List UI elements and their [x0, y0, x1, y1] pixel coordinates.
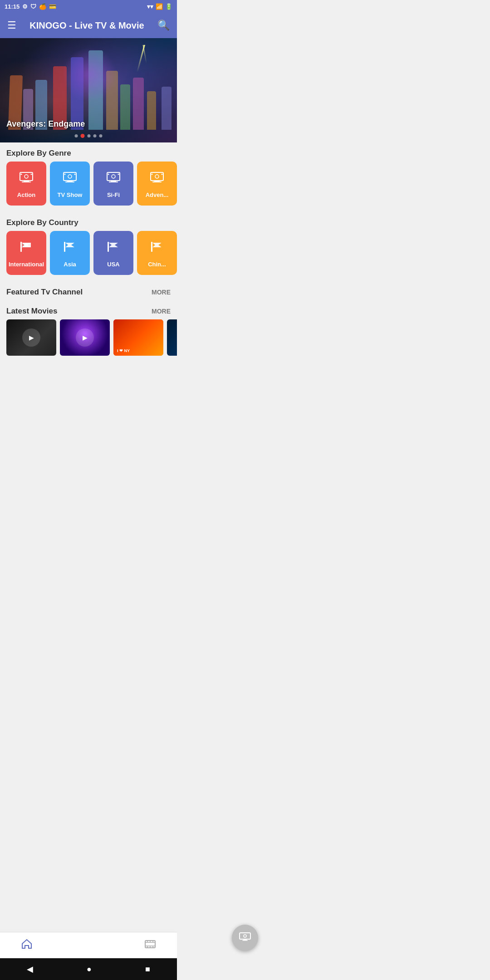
- svg-rect-2: [24, 181, 29, 181]
- battery-icon: 🔋: [165, 3, 172, 10]
- settings-icon: ⚙: [22, 3, 28, 10]
- tvshow-label: TV Show: [58, 191, 83, 198]
- svg-rect-26: [64, 242, 65, 252]
- search-button[interactable]: 🔍: [157, 20, 170, 31]
- tvshow-icon: [62, 169, 78, 187]
- genre-card-scifi[interactable]: Si-Fi: [93, 162, 133, 206]
- country-card-asia[interactable]: Asia: [50, 231, 90, 275]
- svg-point-13: [112, 175, 115, 178]
- international-label: International: [9, 261, 44, 268]
- usa-flag-icon: [105, 238, 122, 256]
- hero-title: Avengers: Endgame: [6, 119, 85, 129]
- svg-rect-14: [111, 181, 116, 181]
- svg-point-23: [162, 174, 163, 175]
- svg-rect-18: [151, 172, 163, 181]
- movie-thumb-4[interactable]: [167, 319, 177, 356]
- svg-point-22: [152, 174, 153, 175]
- media-icon: 🍊: [39, 3, 46, 10]
- app-title: KINOGO - Live TV & Movie: [29, 20, 144, 31]
- action-label: Action: [17, 191, 35, 198]
- adventure-label: Adven...: [146, 191, 169, 198]
- wifi-icon: ▾▾: [147, 3, 153, 10]
- svg-point-17: [118, 174, 119, 175]
- genre-card-action[interactable]: Action: [6, 162, 46, 206]
- latest-movies-title: Latest Movies: [6, 307, 57, 316]
- svg-rect-15: [109, 181, 118, 182]
- menu-button[interactable]: ☰: [7, 20, 16, 31]
- action-icon: [18, 169, 34, 187]
- scifi-label: Si-Fi: [107, 191, 120, 198]
- genre-card-tvshow[interactable]: TV Show: [50, 162, 90, 206]
- dot-3: [88, 134, 91, 137]
- svg-rect-0: [20, 172, 33, 181]
- china-flag-icon: [149, 238, 165, 256]
- movies-row: ▶ ▶ I ❤ NY: [0, 319, 177, 362]
- featured-tv-section: Featured Tv Channel MORE: [0, 281, 177, 300]
- shield-icon: 🛡: [30, 3, 36, 10]
- country-section-title: Explore By Country: [0, 212, 177, 231]
- dot-5: [99, 134, 103, 137]
- movie-thumb-3[interactable]: I ❤ NY: [113, 319, 163, 356]
- china-label: Chin...: [148, 261, 166, 268]
- svg-point-19: [155, 175, 159, 178]
- status-time: 11:15: [5, 3, 20, 10]
- hero-dots: [75, 134, 103, 138]
- dot-4: [93, 134, 97, 137]
- svg-rect-21: [152, 181, 162, 182]
- svg-rect-12: [107, 172, 120, 181]
- svg-rect-27: [108, 242, 109, 252]
- country-card-international[interactable]: International: [6, 231, 46, 275]
- svg-rect-3: [22, 181, 31, 182]
- status-right: ▾▾ 📶 🔋: [147, 3, 172, 10]
- svg-point-4: [21, 174, 22, 175]
- dot-2: [81, 134, 85, 138]
- genre-cards-row: Action TV Show Si-Fi: [0, 162, 177, 212]
- country-card-usa[interactable]: USA: [93, 231, 133, 275]
- svg-rect-9: [65, 181, 74, 182]
- country-cards-row: International Asia USA Chin...: [0, 231, 177, 281]
- svg-point-16: [108, 174, 109, 175]
- svg-rect-28: [151, 242, 152, 252]
- svg-point-11: [74, 174, 76, 175]
- svg-rect-20: [154, 181, 160, 181]
- genre-card-adventure[interactable]: Adven...: [137, 162, 177, 206]
- international-flag-icon: [18, 238, 34, 256]
- latest-movies-more[interactable]: MORE: [152, 308, 171, 315]
- genre-section-title: Explore By Genre: [0, 142, 177, 162]
- country-card-china[interactable]: Chin...: [137, 231, 177, 275]
- svg-rect-6: [64, 172, 76, 181]
- svg-point-10: [64, 174, 66, 175]
- svg-point-1: [24, 175, 28, 178]
- signal-icon: 📶: [156, 3, 163, 10]
- svg-rect-25: [20, 242, 22, 252]
- asia-label: Asia: [64, 261, 76, 268]
- usa-label: USA: [107, 261, 119, 268]
- latest-movies-section: Latest Movies MORE: [0, 300, 177, 319]
- sim-icon: 💳: [49, 3, 56, 10]
- svg-point-5: [31, 174, 32, 175]
- asia-flag-icon: [62, 238, 78, 256]
- status-left: 11:15 ⚙ 🛡 🍊 💳: [5, 3, 56, 10]
- movie-thumb-1[interactable]: ▶: [6, 319, 56, 356]
- featured-tv-title: Featured Tv Channel: [6, 288, 83, 297]
- dot-1: [75, 134, 78, 137]
- scifi-icon: [105, 169, 122, 187]
- hero-banner[interactable]: Avengers: Endgame: [0, 38, 177, 142]
- status-bar: 11:15 ⚙ 🛡 🍊 💳 ▾▾ 📶 🔋: [0, 0, 177, 13]
- svg-rect-8: [67, 181, 73, 181]
- adventure-icon: [149, 169, 165, 187]
- top-bar: ☰ KINOGO - Live TV & Movie 🔍: [0, 13, 177, 38]
- featured-tv-more[interactable]: MORE: [152, 289, 171, 296]
- movie-thumb-2[interactable]: ▶: [60, 319, 110, 356]
- svg-point-7: [68, 175, 72, 178]
